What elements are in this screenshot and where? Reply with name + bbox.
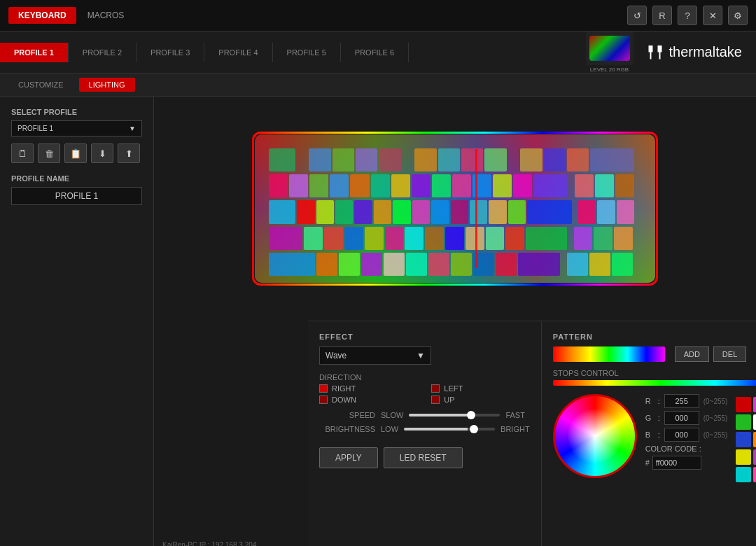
left-panel: SELECT PROFILE PROFILE 1 ▼ 🗒 🗑 📋 ⬇ ⬆ PRO…	[0, 97, 154, 546]
top-bar: KEYBOARD MACROS ↺ R ? ✕ ⚙	[0, 0, 756, 31]
color-code-input[interactable]	[652, 456, 701, 470]
r-row: R : (0~255)	[645, 394, 728, 408]
new-profile-icon[interactable]: 🗒	[11, 144, 34, 163]
swatch-blue[interactable]	[736, 432, 751, 447]
del-button[interactable]: DEL	[713, 346, 746, 362]
settings-icon[interactable]: ⚙	[728, 6, 748, 25]
profile-name-label: PROFILE NAME	[11, 174, 142, 183]
brightness-slider[interactable]	[404, 428, 495, 430]
keyboard-button[interactable]: KEYBOARD	[8, 7, 76, 24]
pattern-gradient	[553, 346, 665, 362]
delete-profile-icon[interactable]: 🗑	[38, 144, 60, 163]
dir-down[interactable]: DOWN	[319, 396, 417, 404]
dropdown-arrow-icon: ▼	[129, 125, 136, 132]
ip-info: KaiRen-PC IP : 192.168.3.204	[162, 541, 256, 546]
dir-left-label: LEFT	[444, 384, 463, 393]
brand-logo: thermaltake	[634, 44, 757, 60]
g-range: (0~255)	[704, 414, 728, 422]
speed-min-label: SLOW	[381, 411, 403, 419]
brightness-min-label: LOW	[381, 425, 398, 433]
profile-tab-4[interactable]: PROFILE 4	[204, 43, 272, 62]
swatch-white[interactable]	[753, 414, 756, 430]
dir-left[interactable]: LEFT	[431, 384, 529, 393]
profile-tab-2[interactable]: PROFILE 2	[69, 43, 136, 62]
swatch-purple[interactable]	[753, 449, 756, 465]
dir-up-radio[interactable]	[431, 396, 440, 404]
dir-right[interactable]: RIGHT	[319, 384, 417, 393]
effect-value: Wave	[326, 351, 346, 360]
stops-gradient	[553, 380, 756, 386]
profile-tab-3[interactable]: PROFILE 3	[136, 43, 204, 62]
main-content: SELECT PROFILE PROFILE 1 ▼ 🗒 🗑 📋 ⬇ ⬆ PRO…	[0, 97, 756, 546]
speed-row: SPEED SLOW FAST	[319, 411, 530, 419]
profile-select[interactable]: PROFILE 1 ▼	[11, 120, 142, 136]
brightness-max-label: BRIGHT	[500, 425, 530, 433]
reset-icon[interactable]: R	[652, 6, 672, 25]
keyboard-wrapper	[252, 132, 658, 286]
profile-tab-5[interactable]: PROFILE 5	[273, 43, 341, 62]
bottom-section: EFFECT Wave ▼ DIRECTION RIGHT LEFT	[308, 321, 756, 546]
led-reset-button[interactable]: LED RESET	[384, 447, 463, 468]
dir-right-radio[interactable]	[319, 384, 328, 393]
status-bar: KaiRen-PC IP : 192.168.3.204	[162, 541, 256, 546]
macros-button[interactable]: MACROS	[88, 10, 125, 20]
swatch-cyan[interactable]	[736, 467, 751, 482]
rgb-controls: R : (0~255) G : (0~255) B	[645, 394, 728, 470]
brightness-label: BRIGHTNESS	[319, 425, 375, 433]
g-input[interactable]	[664, 411, 699, 425]
close-icon[interactable]: ✕	[703, 6, 722, 25]
sub-nav: CUSTOMIZE LIGHTING	[0, 74, 756, 97]
action-buttons: 🗒 🗑 📋 ⬇ ⬆	[11, 144, 142, 163]
r-range: (0~255)	[704, 398, 728, 405]
speed-slider[interactable]	[409, 414, 500, 416]
bottom-right: PATTERN ADD DEL STOPS CONTROL R :	[542, 321, 756, 546]
refresh-icon[interactable]: ↺	[627, 6, 647, 25]
swatch-yellow[interactable]	[736, 449, 751, 465]
profile-tab-6[interactable]: PROFILE 6	[341, 43, 409, 62]
direction-options: RIGHT LEFT DOWN UP	[319, 384, 530, 404]
top-bar-left: KEYBOARD MACROS	[8, 7, 124, 24]
b-input[interactable]	[664, 428, 699, 442]
device-name: LEVEL 20 RGB	[590, 66, 629, 73]
speed-max-label: FAST	[505, 411, 525, 419]
r-colon: :	[658, 397, 660, 405]
color-section: R : (0~255) G : (0~255) B	[553, 394, 756, 482]
r-label: R	[645, 397, 654, 405]
g-row: G : (0~255)	[645, 411, 728, 425]
b-colon: :	[658, 430, 660, 439]
swatch-magenta[interactable]	[753, 397, 756, 412]
swatch-green[interactable]	[736, 414, 751, 430]
stops-label: STOPS CONTROL	[553, 369, 756, 377]
dir-up-label: UP	[444, 396, 454, 404]
brand-name: thermaltake	[669, 44, 743, 60]
profile-bar: PROFILE 1 PROFILE 2 PROFILE 3 PROFILE 4 …	[0, 31, 756, 74]
dir-up[interactable]: UP	[431, 396, 529, 404]
profile-name-input[interactable]	[11, 187, 142, 205]
profile-tab-1[interactable]: PROFILE 1	[0, 43, 69, 62]
effect-row: Wave ▼	[319, 346, 530, 365]
color-swatches	[736, 397, 756, 482]
b-label: B	[645, 430, 654, 439]
export-profile-icon[interactable]: ⬆	[118, 144, 140, 163]
profile-select-value: PROFILE 1	[18, 125, 53, 132]
pattern-row: ADD DEL	[553, 346, 756, 362]
customize-tab[interactable]: CUSTOMIZE	[8, 78, 74, 92]
help-icon[interactable]: ?	[678, 6, 697, 25]
b-row: B : (0~255)	[645, 428, 728, 442]
color-wheel[interactable]	[553, 394, 637, 478]
copy-profile-icon[interactable]: 📋	[64, 144, 87, 163]
effect-select[interactable]: Wave ▼	[319, 346, 431, 365]
import-profile-icon[interactable]: ⬇	[91, 144, 113, 163]
r-input[interactable]	[664, 394, 699, 408]
swatch-orange[interactable]	[753, 432, 756, 447]
apply-button[interactable]: APPLY	[319, 447, 378, 468]
add-button[interactable]: ADD	[675, 346, 709, 362]
swatch-red[interactable]	[736, 397, 751, 412]
keyboard-area	[154, 97, 756, 321]
dir-left-radio[interactable]	[431, 384, 440, 393]
dir-down-radio[interactable]	[319, 396, 328, 404]
keyboard-body	[255, 134, 655, 283]
swatch-pink[interactable]	[753, 467, 756, 482]
apply-buttons: APPLY LED RESET	[319, 447, 530, 468]
lighting-tab[interactable]: LIGHTING	[79, 78, 135, 92]
